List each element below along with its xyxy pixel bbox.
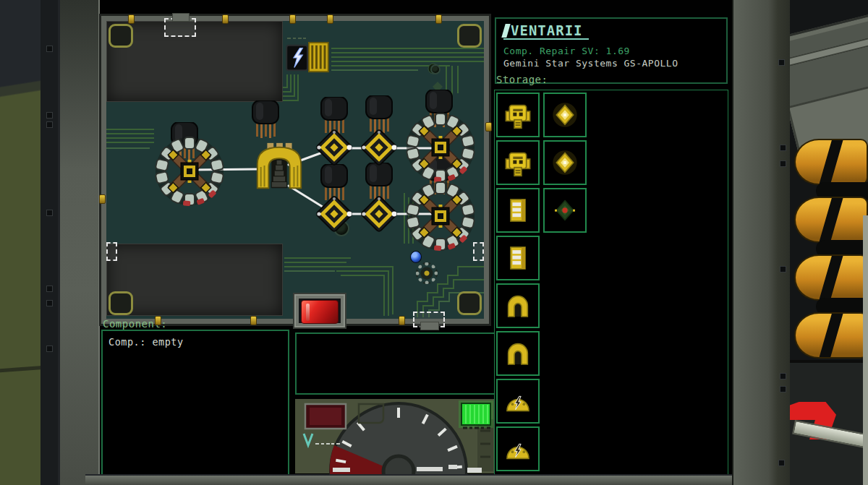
addon-drop-zone[interactable]	[295, 332, 495, 395]
motor-core-icon	[503, 100, 532, 129]
amplifier-node[interactable]	[358, 193, 400, 235]
frame-pin	[485, 122, 492, 132]
repair-sv-text: Comp. Repair SV: 1.69	[503, 46, 719, 56]
slot-tab	[420, 322, 439, 330]
frame-clip	[780, 160, 786, 167]
component-slot-right[interactable]	[473, 242, 484, 261]
monitor-screen: Component: Comp.: empty Addon:	[100, 0, 732, 485]
storage-slot[interactable]	[496, 236, 540, 280]
fuse-cap-icon	[503, 434, 532, 463]
inductor-ring-top-right[interactable]	[403, 110, 478, 185]
component-slot-top[interactable]	[164, 18, 196, 37]
amplifier-node[interactable]	[313, 126, 355, 168]
circuit-board	[101, 16, 489, 324]
power-chip[interactable]	[285, 41, 331, 74]
crystal-node-icon	[550, 100, 579, 129]
storage-slot[interactable]	[496, 140, 540, 185]
doorframe-edge	[863, 215, 868, 485]
amplifier-node[interactable]	[358, 126, 400, 168]
frame-clip	[780, 266, 786, 272]
frame-pin	[128, 14, 135, 24]
inductor-ring-left[interactable]	[152, 134, 227, 209]
storage-slot[interactable]	[543, 188, 587, 233]
frame-pin	[435, 14, 442, 24]
left-frame-strip	[41, 0, 59, 485]
frame-clip	[46, 300, 53, 306]
frame-clip	[46, 210, 53, 216]
frame-pin	[222, 14, 229, 24]
frame-clip	[778, 59, 785, 66]
frame-pin	[289, 14, 296, 24]
storage-slot[interactable]	[496, 93, 540, 137]
component-drop-zone[interactable]: Comp.: empty	[101, 330, 289, 476]
page-title: VENTARII	[511, 23, 583, 38]
magnet-coil-icon	[503, 291, 532, 320]
component-slot-left[interactable]	[106, 242, 117, 261]
component-status-text: Comp.: empty	[109, 336, 282, 348]
storage-slot[interactable]	[496, 283, 540, 328]
frame-clip	[778, 460, 785, 466]
monitor-bottom-bezel	[85, 474, 732, 485]
right-machinery-bay	[790, 0, 868, 485]
pcb-surface	[106, 21, 484, 319]
orange-coil	[794, 312, 868, 359]
vendor-text: Gemini Star Systems GS-APOLLO	[503, 58, 719, 69]
storage-slot[interactable]	[496, 379, 540, 424]
frame-pin	[250, 316, 257, 325]
red-rocker-switch[interactable]	[293, 293, 346, 329]
frame-clip	[46, 46, 53, 52]
monitor-left-bezel	[58, 0, 100, 485]
slot-tab	[172, 13, 190, 22]
storage-slot[interactable]	[496, 188, 540, 233]
frame-pin	[99, 194, 106, 204]
title-accent-bar	[501, 24, 510, 38]
crystal-node-icon	[550, 148, 579, 177]
fuse-cap-icon	[503, 387, 532, 416]
storage-label: Storage:	[496, 74, 548, 85]
switch-rocker[interactable]	[301, 300, 339, 324]
frame-clip	[780, 373, 786, 379]
amplifier-node[interactable]	[313, 193, 355, 235]
component-repair-scene: Component: Comp.: empty Addon:	[0, 0, 868, 485]
title-row: VENTARII	[503, 23, 589, 40]
frame-clip	[780, 386, 786, 392]
red-indicator-fill	[310, 408, 341, 425]
frame-pin	[155, 316, 161, 325]
frame-clip	[46, 286, 53, 292]
orange-coil	[794, 139, 868, 185]
frame-pin	[327, 14, 333, 24]
frame-pin	[399, 316, 405, 325]
frame-clip	[46, 112, 53, 119]
left-wall-panel	[0, 0, 42, 485]
storage-slot[interactable]	[496, 331, 540, 376]
power-cell-icon	[503, 244, 532, 272]
inductor-ring-bottom-right[interactable]	[403, 179, 478, 254]
converter-arch[interactable]	[252, 142, 307, 190]
orange-coil	[794, 254, 868, 301]
voltage-gauge-panel	[295, 399, 495, 473]
magnet-coil-icon	[503, 339, 532, 368]
orange-coil	[794, 197, 868, 243]
power-cell-icon	[503, 196, 532, 225]
left-wall-shadow	[0, 0, 42, 153]
frame-clip	[780, 145, 786, 151]
frame-clip	[46, 345, 53, 352]
monitor-right-bezel	[732, 0, 790, 485]
crystal-node-damaged-icon	[550, 196, 579, 225]
component-slot-bottom[interactable]	[413, 312, 445, 327]
storage-slot[interactable]	[543, 140, 587, 185]
storage-slot[interactable]	[543, 93, 587, 137]
frame-clip	[46, 121, 53, 128]
storage-slot[interactable]	[496, 426, 540, 471]
motor-core-icon	[503, 148, 532, 177]
